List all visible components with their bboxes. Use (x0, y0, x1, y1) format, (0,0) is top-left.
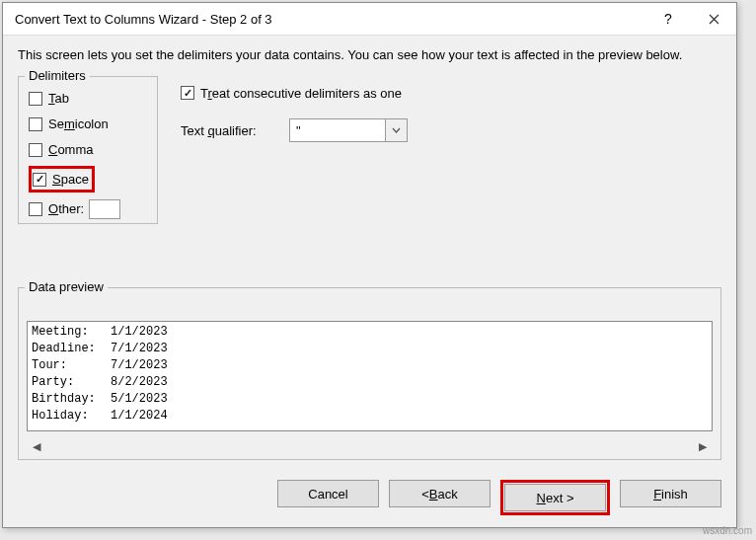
text-qualifier-row: Text qualifier: " (181, 119, 721, 141)
options-panel: Treat consecutive delimiters as one Text… (181, 76, 721, 141)
other-label: Other: (48, 201, 84, 216)
treat-consecutive-label: Treat consecutive delimiters as one (200, 86, 402, 101)
tab-checkbox[interactable] (29, 92, 42, 106)
qualifier-dropdown-button[interactable] (385, 119, 407, 141)
other-input[interactable] (89, 199, 120, 219)
finish-button[interactable]: Finish (620, 480, 721, 507)
scroll-right-icon[interactable]: ▶ (695, 438, 711, 454)
scroll-left-icon[interactable]: ◀ (29, 438, 44, 454)
dialog-title: Convert Text to Columns Wizard - Step 2 … (15, 12, 645, 27)
comma-checkbox[interactable] (29, 143, 42, 157)
tab-checkbox-row[interactable]: Tab (29, 89, 147, 108)
space-checkbox-row[interactable]: Space (33, 170, 89, 189)
space-highlight: Space (29, 166, 95, 193)
titlebar: Convert Text to Columns Wizard - Step 2 … (3, 3, 736, 36)
next-highlight: Next > (500, 480, 610, 515)
preview-row: Deadline:7/1/2023 (32, 341, 708, 357)
comma-checkbox-row[interactable]: Comma (29, 140, 147, 159)
data-preview-group: Data preview Meeting:1/1/2023Deadline:7/… (18, 287, 721, 460)
watermark: wsxdn.com (703, 525, 752, 536)
preview-box: Meeting:1/1/2023Deadline:7/1/2023Tour:7/… (27, 321, 713, 431)
tab-label: Tab (48, 91, 69, 106)
text-qualifier-select[interactable]: " (289, 118, 408, 142)
semicolon-checkbox-row[interactable]: Semicolon (29, 115, 147, 133)
button-row: Cancel < Back Next > Finish (277, 480, 721, 515)
other-checkbox[interactable] (29, 202, 42, 216)
delimiters-legend: Delimiters (25, 68, 90, 83)
semicolon-label: Semicolon (48, 116, 109, 131)
other-checkbox-row[interactable]: Other: (29, 199, 147, 218)
next-button[interactable]: Next > (504, 484, 606, 511)
preview-row: Meeting:1/1/2023 (32, 324, 708, 341)
cancel-button[interactable]: Cancel (277, 480, 379, 507)
comma-label: Comma (48, 142, 94, 157)
space-checkbox[interactable] (33, 173, 46, 187)
dialog-content: This screen lets you set the delimiters … (3, 36, 736, 472)
treat-consecutive-row[interactable]: Treat consecutive delimiters as one (181, 82, 721, 104)
space-label: Space (52, 172, 89, 187)
semicolon-checkbox[interactable] (29, 117, 42, 131)
text-qualifier-value: " (296, 123, 301, 138)
chevron-down-icon (392, 127, 401, 133)
treat-consecutive-checkbox[interactable] (181, 86, 194, 100)
close-button[interactable] (691, 3, 736, 36)
preview-row: Party:8/2/2023 (32, 374, 708, 391)
back-button[interactable]: < Back (389, 480, 491, 507)
close-icon (709, 14, 719, 25)
wizard-dialog: Convert Text to Columns Wizard - Step 2 … (2, 2, 737, 528)
preview-row: Birthday:5/1/2023 (32, 391, 708, 408)
preview-row: Tour:7/1/2023 (32, 357, 708, 374)
preview-row: Holiday:1/1/2024 (32, 408, 708, 424)
help-button[interactable]: ? (645, 3, 691, 36)
text-qualifier-label: Text qualifier: (181, 123, 289, 138)
delimiters-group: Delimiters Tab Semicolon Comma Space (18, 76, 158, 224)
preview-legend: Data preview (25, 279, 108, 294)
description-text: This screen lets you set the delimiters … (18, 47, 721, 62)
horizontal-scrollbar[interactable]: ◀ ▶ (27, 437, 713, 455)
